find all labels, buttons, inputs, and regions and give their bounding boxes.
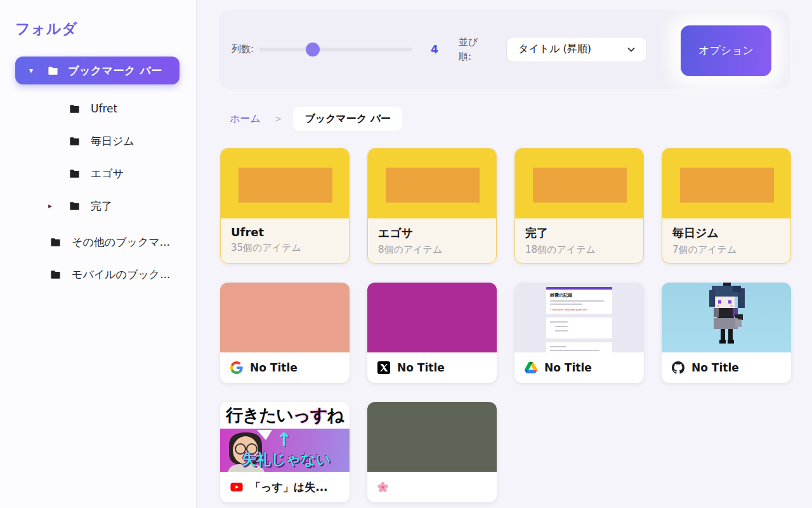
toolbar: 列数: 4 並び順: タイトル (昇順) オプション <box>219 10 790 89</box>
chevron-down-icon[interactable]: ▾ <box>29 66 38 75</box>
columns-value: 4 <box>428 43 441 56</box>
bookmark-title: 「っす」は失... <box>250 480 328 495</box>
sidebar-item-label: モバイルのブック... <box>72 267 170 282</box>
arrow-up-glyph: ↑ <box>276 429 292 451</box>
folder-thumbnail <box>368 149 496 218</box>
folder-thumbnail <box>221 149 349 218</box>
chevron-down-icon <box>626 44 636 55</box>
google-drive-icon <box>525 361 537 374</box>
bookmark-card-youtube[interactable]: 行きたいっすね ↑ <box>220 402 350 502</box>
columns-slider[interactable] <box>259 43 412 57</box>
youtube-thumb-headline: 行きたいっすね <box>220 402 350 429</box>
sidebar-item-label: Ufret <box>91 102 117 115</box>
folder-item-count: 18個のアイテム <box>525 244 633 256</box>
youtube-icon <box>230 481 243 493</box>
folder-item-count: 35個のアイテム <box>231 242 339 254</box>
folder-card-ufret[interactable]: Ufret 35個のアイテム <box>220 148 350 264</box>
grid-row-folders: Ufret 35個のアイテム エゴサ 8個のアイテム 完了 18個のアイテム <box>220 148 791 264</box>
bookmark-grid: Ufret 35個のアイテム エゴサ 8個のアイテム 完了 18個のアイテム <box>220 148 791 508</box>
folder-card-mainichi-gym[interactable]: 毎日ジム 7個のアイテム <box>662 148 791 264</box>
youtube-thumb-subtext: 失礼じゃない <box>242 450 331 469</box>
folder-icon <box>69 168 81 180</box>
sidebar-item-label: 毎日ジム <box>91 134 134 149</box>
bookmark-card-x[interactable]: No Title <box>367 283 497 383</box>
folder-card-egosa[interactable]: エゴサ 8個のアイテム <box>367 148 497 264</box>
github-icon <box>672 361 684 374</box>
folder-icon <box>69 200 81 212</box>
main-content: 列数: 4 並び順: タイトル (昇順) オプション ホーム > ブックマーク … <box>197 0 812 508</box>
sort-select[interactable]: タイトル (昇順) <box>506 37 647 62</box>
bookmark-thumbnail <box>662 283 791 352</box>
folder-thumbnail <box>662 149 790 218</box>
cherry-blossom-icon <box>377 482 388 493</box>
columns-label: 列数: <box>232 42 256 57</box>
folder-card-kanryou[interactable]: 完了 18個のアイテム <box>514 148 644 264</box>
bookmark-thumbnail <box>367 402 497 472</box>
bookmark-thumbnail: 行きたいっすね ↑ <box>220 402 350 472</box>
sidebar-item-egosa[interactable]: エゴサ <box>0 157 196 189</box>
bookmark-thumbnail: 雑費の記録 * Indicates required question <box>514 283 644 352</box>
x-icon <box>377 361 390 374</box>
bookmark-title: No Title <box>397 361 445 374</box>
folder-title: 完了 <box>525 225 633 241</box>
sidebar-item-mainichi-gym[interactable]: 毎日ジム <box>0 125 196 157</box>
sidebar-item-bookmark-bar[interactable]: ▾ ブックマーク バー <box>15 57 180 84</box>
sidebar-item-ufret[interactable]: Ufret <box>0 93 196 124</box>
form-preview-title: 雑費の記録 <box>550 292 608 298</box>
folder-title: Ufret <box>231 225 339 239</box>
sort-select-value: タイトル (昇順) <box>518 43 591 56</box>
sidebar-title: フォルダ <box>15 19 196 39</box>
sidebar-item-label: エゴサ <box>91 166 124 181</box>
bookmark-card-github[interactable]: No Title <box>662 283 791 383</box>
bookmark-card-google[interactable]: No Title <box>220 283 350 383</box>
grid-row-bookmarks-1: No Title No Title <box>220 283 791 383</box>
sidebar-item-other-bookmarks[interactable]: その他のブックマ... <box>0 226 196 258</box>
sidebar-item-mobile-bookmarks[interactable]: モバイルのブック... <box>0 258 196 290</box>
breadcrumb: ホーム > ブックマーク バー <box>219 107 402 131</box>
sort-label: 並び順: <box>459 35 489 64</box>
breadcrumb-current: ブックマーク バー <box>293 107 402 131</box>
breadcrumb-home-link[interactable]: ホーム <box>230 112 261 126</box>
sidebar-item-label: その他のブックマ... <box>72 235 170 250</box>
bookmark-card-flower[interactable] <box>367 402 497 502</box>
speech-bubble <box>257 430 272 440</box>
folder-icon <box>47 65 59 77</box>
bookmark-title: No Title <box>250 361 298 374</box>
folder-thumbnail <box>515 149 643 218</box>
sidebar-item-label: 完了 <box>91 199 112 213</box>
slider-track[interactable] <box>259 48 412 51</box>
bookmark-title: No Title <box>691 361 739 374</box>
options-button[interactable]: オプション <box>681 25 771 76</box>
folder-icon <box>49 236 62 248</box>
sidebar-item-kanryou[interactable]: ▸ 完了 <box>0 190 196 222</box>
bookmark-thumbnail <box>220 283 350 352</box>
folder-tree: ▾ ブックマーク バー Ufret 毎日ジム エゴサ ▸ 完了 その他のブックマ… <box>0 57 196 290</box>
slider-thumb[interactable] <box>306 43 320 57</box>
bookmark-title: No Title <box>544 361 592 374</box>
folder-icon <box>49 269 62 281</box>
sidebar-item-label: ブックマーク バー <box>68 64 162 78</box>
folder-item-count: 7個のアイテム <box>672 244 780 256</box>
folder-icon <box>69 135 81 147</box>
chevron-right-icon[interactable]: ▸ <box>48 201 58 210</box>
google-icon <box>230 361 243 374</box>
folder-title: 毎日ジム <box>672 225 780 241</box>
voxel-character <box>691 283 761 352</box>
bookmark-card-google-form[interactable]: 雑費の記録 * Indicates required question <box>514 283 644 383</box>
grid-row-bookmarks-2: 行きたいっすね ↑ <box>220 402 791 502</box>
folders-sidebar: フォルダ ▾ ブックマーク バー Ufret 毎日ジム エゴサ ▸ 完了 <box>0 0 197 508</box>
form-required-note: * Indicates required question <box>550 308 608 311</box>
breadcrumb-separator: > <box>275 114 282 124</box>
bookmark-thumbnail <box>367 283 497 352</box>
folder-title: エゴサ <box>378 225 486 241</box>
folder-item-count: 8個のアイテム <box>378 244 486 256</box>
folder-icon <box>69 103 81 115</box>
